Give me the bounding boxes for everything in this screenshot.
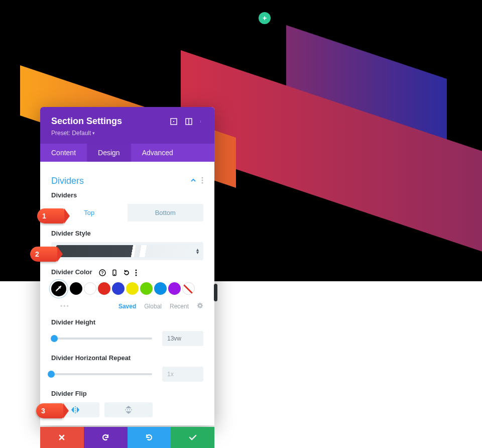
svg-point-4 [200,121,201,121]
divider-repeat-label: Divider Horizontal Repeat [51,354,203,362]
callout-badge-1: 1 [37,208,64,223]
svg-point-14 [136,269,137,271]
field-more-icon[interactable] [135,269,142,276]
preset-selector[interactable]: Preset: Default [51,130,203,137]
palette-tabs: ••• Saved Global Recent [60,302,203,310]
cancel-button[interactable] [40,427,84,448]
help-icon[interactable]: ? [99,269,106,276]
divider-style-select[interactable]: ▴▾ [51,242,203,260]
color-swatch[interactable] [168,282,181,295]
expand-icon[interactable] [170,118,177,125]
svg-point-15 [136,272,137,273]
divider-color-label: Divider Color ? [51,268,203,276]
svg-point-9 [202,182,203,183]
no-color-swatch[interactable] [182,282,195,295]
tab-design[interactable]: Design [87,144,131,162]
select-arrows-icon[interactable]: ▴▾ [196,248,198,254]
height-input[interactable] [162,331,203,346]
more-icon[interactable] [200,118,207,125]
divider-flip-label: Divider Flip [51,390,203,397]
palette-tab-global[interactable]: Global [144,303,162,310]
save-button[interactable] [171,427,214,448]
color-swatch[interactable] [70,282,82,295]
height-slider[interactable] [51,338,152,340]
snap-icon[interactable] [185,118,192,125]
svg-point-7 [202,177,203,178]
add-section-button[interactable]: + [259,12,271,24]
palette-drag-icon[interactable]: ••• [60,303,70,310]
redo-button[interactable] [128,427,171,448]
color-swatch[interactable] [154,282,167,295]
top-bottom-switch: Top Bottom [51,204,203,221]
palette-gear-icon[interactable] [197,302,203,310]
svg-text:?: ? [101,270,104,275]
modal-tabs: Content Design Advanced [40,144,214,162]
svg-point-5 [200,122,201,122]
svg-point-8 [202,179,203,181]
slider-thumb[interactable] [51,335,58,342]
svg-point-16 [136,274,137,276]
modal-body: Dividers Dividers Top Bottom Divider Sty… [40,162,214,425]
bottom-button[interactable]: Bottom [128,204,204,221]
divider-height-label: Divider Height [51,318,203,326]
callout-badge-3: 3 [36,403,63,418]
undo-button[interactable] [84,427,128,448]
divider-style-label: Divider Style [51,230,203,237]
divider-style-preview [56,245,191,257]
preview-scrollbar[interactable] [214,284,217,301]
color-swatch[interactable] [98,282,110,295]
callout-badge-2: 2 [30,247,57,262]
color-swatch[interactable] [112,282,125,295]
flip-vertical-button[interactable] [104,402,153,417]
collapse-icon[interactable] [190,177,196,185]
repeat-slider[interactable] [51,373,152,375]
palette-tab-saved[interactable]: Saved [118,303,136,310]
repeat-input[interactable] [162,367,203,382]
eyedropper-swatch[interactable] [51,281,66,296]
color-swatch[interactable] [126,282,139,295]
section-settings-modal: Section Settings Preset: Default Content… [40,107,214,425]
responsive-icon[interactable] [111,269,118,276]
section-dividers-title: Dividers [51,176,190,186]
slider-thumb[interactable] [48,371,55,378]
color-swatches [51,281,203,296]
color-swatch[interactable] [84,282,96,295]
dividers-label: Dividers [51,191,203,199]
tab-content[interactable]: Content [40,144,87,162]
modal-header: Section Settings Preset: Default [40,107,214,144]
reset-icon[interactable] [123,269,130,276]
svg-point-6 [200,122,201,123]
color-swatch[interactable] [140,282,153,295]
palette-tab-recent[interactable]: Recent [170,303,189,310]
section-more-icon[interactable] [201,177,203,186]
modal-action-bar [40,427,214,448]
svg-point-1 [173,121,174,122]
tab-advanced[interactable]: Advanced [131,144,184,162]
